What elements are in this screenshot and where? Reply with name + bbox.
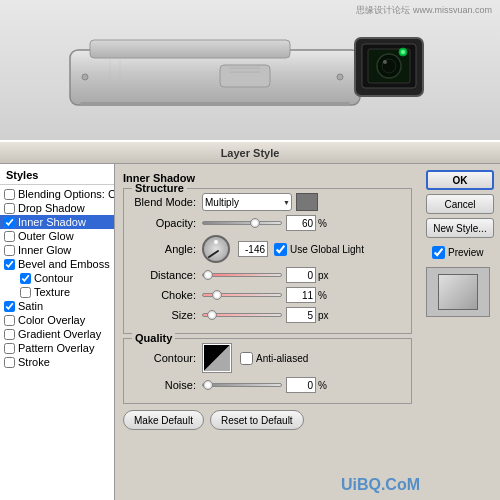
blending-options-checkbox[interactable]	[4, 189, 15, 200]
reset-to-default-button[interactable]: Reset to Default	[210, 410, 304, 430]
texture-label: Texture	[34, 286, 70, 298]
sidebar-item-color-overlay[interactable]: Color Overlay	[0, 313, 114, 327]
contour-label: Contour:	[130, 352, 202, 364]
quality-section-box: Quality Contour: Anti-aliased	[123, 338, 412, 404]
sidebar-item-inner-shadow[interactable]: Inner Shadow	[0, 215, 114, 229]
sidebar-item-blending-options[interactable]: Blending Options: Custom	[0, 187, 114, 201]
ok-button[interactable]: OK	[426, 170, 494, 190]
noise-slider-track[interactable]	[202, 383, 282, 387]
sidebar-item-inner-glow[interactable]: Inner Glow	[0, 243, 114, 257]
preview-box	[426, 267, 490, 317]
structure-section-box: Structure Blend Mode: Multiply Opacity:	[123, 188, 412, 334]
styles-panel-heading: Styles	[0, 166, 114, 185]
use-global-light-checkbox[interactable]	[274, 243, 287, 256]
angle-dial[interactable]	[202, 235, 230, 263]
noise-slider-thumb[interactable]	[203, 380, 213, 390]
inner-shadow-label: Inner Shadow	[18, 216, 86, 228]
distance-slider-container: px	[202, 267, 329, 283]
opacity-slider-container: %	[202, 215, 327, 231]
gradient-overlay-checkbox[interactable]	[4, 329, 15, 340]
stroke-label: Stroke	[18, 356, 50, 368]
choke-value-input[interactable]	[286, 287, 316, 303]
choke-unit: %	[318, 290, 327, 301]
pattern-overlay-label: Pattern Overlay	[18, 342, 94, 354]
blend-mode-color-swatch[interactable]	[296, 193, 318, 211]
noise-row: Noise: %	[130, 377, 405, 393]
new-style-button[interactable]: New Style...	[426, 218, 494, 238]
sidebar-item-texture[interactable]: Texture	[0, 285, 114, 299]
drop-shadow-label: Drop Shadow	[18, 202, 85, 214]
stroke-checkbox[interactable]	[4, 357, 15, 368]
structure-section-title: Structure	[132, 182, 187, 194]
distance-slider-thumb[interactable]	[203, 270, 213, 280]
use-global-light-text: Use Global Light	[290, 244, 364, 255]
sidebar-item-contour[interactable]: Contour	[0, 271, 114, 285]
preview-inner-graphic	[438, 274, 478, 310]
color-overlay-label: Color Overlay	[18, 314, 85, 326]
controls-panel: Inner Shadow Structure Blend Mode: Multi…	[115, 164, 420, 500]
preview-toggle-label[interactable]: Preview	[432, 246, 494, 259]
satin-checkbox[interactable]	[4, 301, 15, 312]
size-slider-thumb[interactable]	[207, 310, 217, 320]
contour-checkbox[interactable]	[20, 273, 31, 284]
contour-preview[interactable]	[202, 343, 232, 373]
opacity-slider-thumb[interactable]	[250, 218, 260, 228]
blending-options-label: Blending Options: Custom	[18, 188, 115, 200]
anti-aliased-checkbox[interactable]	[240, 352, 253, 365]
sidebar-item-bevel-emboss[interactable]: Bevel and Emboss	[0, 257, 114, 271]
choke-row: Choke: %	[130, 287, 405, 303]
size-row: Size: px	[130, 307, 405, 323]
drop-shadow-checkbox[interactable]	[4, 203, 15, 214]
texture-checkbox[interactable]	[20, 287, 31, 298]
svg-rect-13	[80, 102, 350, 106]
blend-mode-label: Blend Mode:	[130, 196, 202, 208]
sidebar-item-gradient-overlay[interactable]: Gradient Overlay	[0, 327, 114, 341]
sidebar-item-outer-glow[interactable]: Outer Glow	[0, 229, 114, 243]
sidebar-item-pattern-overlay[interactable]: Pattern Overlay	[0, 341, 114, 355]
sidebar-item-satin[interactable]: Satin	[0, 299, 114, 313]
opacity-value-input[interactable]	[286, 215, 316, 231]
make-default-button[interactable]: Make Default	[123, 410, 204, 430]
distance-slider-track[interactable]	[202, 273, 282, 277]
angle-value-input[interactable]	[238, 241, 268, 257]
inner-shadow-checkbox[interactable]	[4, 217, 15, 228]
choke-slider-thumb[interactable]	[212, 290, 222, 300]
contour-preview-svg	[204, 345, 230, 371]
anti-aliased-text: Anti-aliased	[256, 353, 308, 364]
opacity-slider-track[interactable]	[202, 221, 282, 225]
size-value-input[interactable]	[286, 307, 316, 323]
contour-label: Contour	[34, 272, 73, 284]
cancel-button[interactable]: Cancel	[426, 194, 494, 214]
preview-checkbox[interactable]	[432, 246, 445, 259]
camera-svg	[60, 20, 440, 120]
blend-mode-select-wrapper[interactable]: Multiply	[202, 193, 292, 211]
sidebar-item-stroke[interactable]: Stroke	[0, 355, 114, 369]
styles-panel: Styles Blending Options: Custom Drop Sha…	[0, 164, 115, 500]
angle-label: Angle:	[130, 243, 202, 255]
color-overlay-checkbox[interactable]	[4, 315, 15, 326]
dialog-title: Layer Style	[221, 147, 280, 159]
anti-aliased-label[interactable]: Anti-aliased	[240, 352, 308, 365]
sidebar-item-drop-shadow[interactable]: Drop Shadow	[0, 201, 114, 215]
distance-value-input[interactable]	[286, 267, 316, 283]
dialog-titlebar: Layer Style	[0, 142, 500, 164]
pattern-overlay-checkbox[interactable]	[4, 343, 15, 354]
quality-section-title: Quality	[132, 332, 175, 344]
svg-point-12	[383, 60, 387, 64]
svg-point-11	[401, 50, 405, 54]
svg-point-17	[337, 74, 343, 80]
size-slider-track[interactable]	[202, 313, 282, 317]
choke-slider-track[interactable]	[202, 293, 282, 297]
bevel-emboss-checkbox[interactable]	[4, 259, 15, 270]
gradient-overlay-label: Gradient Overlay	[18, 328, 101, 340]
svg-point-16	[82, 74, 88, 80]
noise-value-input[interactable]	[286, 377, 316, 393]
distance-row: Distance: px	[130, 267, 405, 283]
preview-text: Preview	[448, 247, 484, 258]
inner-glow-checkbox[interactable]	[4, 245, 15, 256]
outer-glow-checkbox[interactable]	[4, 231, 15, 242]
opacity-label: Opacity:	[130, 217, 202, 229]
noise-label: Noise:	[130, 379, 202, 391]
blend-mode-select[interactable]: Multiply	[202, 193, 292, 211]
use-global-light-label[interactable]: Use Global Light	[274, 243, 364, 256]
